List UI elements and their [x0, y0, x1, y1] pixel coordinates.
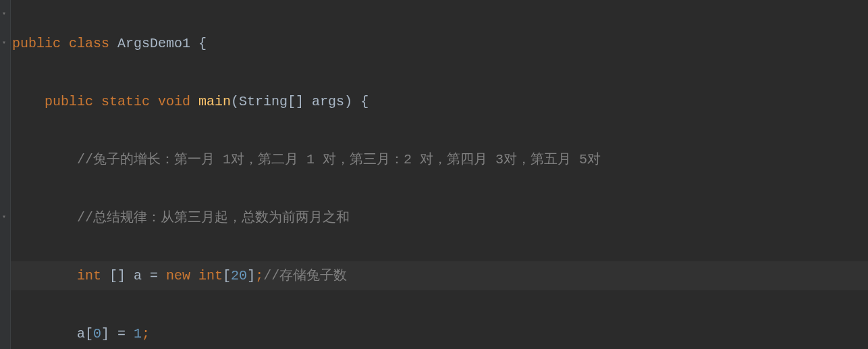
code-line: public class ArgsDemo1 {	[12, 29, 601, 58]
fold-marker-icon[interactable]: ▾	[2, 40, 9, 47]
code-line: int [] a = new int[20];//存储兔子数	[12, 261, 601, 290]
editor-gutter: ▾ ▾ ▾	[0, 0, 11, 349]
code-line: public static void main(String[] args) {	[12, 87, 601, 116]
code-line: //兔子的增长：第一月 1对，第二月 1 对，第三月：2 对，第四月 3对，第五…	[12, 145, 601, 174]
code-editor[interactable]: public class ArgsDemo1 { public static v…	[12, 0, 601, 349]
code-line: a[0] = 1;	[12, 319, 601, 348]
fold-marker-icon[interactable]: ▾	[2, 11, 9, 18]
fold-marker-icon[interactable]: ▾	[2, 214, 9, 221]
code-line: //总结规律：从第三月起，总数为前两月之和	[12, 203, 601, 232]
